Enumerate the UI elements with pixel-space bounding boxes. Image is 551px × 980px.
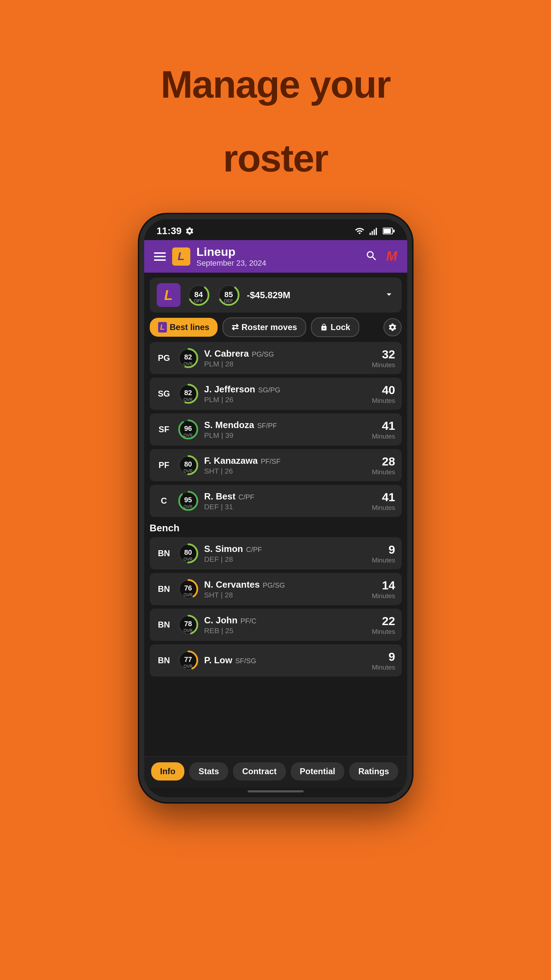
player-info: V. Cabrera PG/SG PLM | 28 — [204, 348, 367, 368]
wifi-icon — [355, 226, 365, 236]
minutes-label: Minutes — [372, 663, 395, 671]
header-title-group: Lineup September 23, 2024 — [197, 245, 266, 268]
player-minutes: 9 Minutes — [372, 650, 395, 671]
ovr-label: OVR — [183, 397, 192, 402]
player-minutes: 9 Minutes — [372, 543, 395, 564]
svg-rect-0 — [370, 233, 371, 235]
header-right: M — [365, 249, 397, 264]
page-heading: Manage your roster — [160, 32, 390, 179]
team-budget: -$45.829M — [247, 290, 377, 301]
player-team-detail: PLM | 28 — [204, 360, 367, 368]
home-bar — [248, 790, 304, 792]
ovr-label: OVR — [183, 593, 192, 597]
player-info: S. Mendoza SF/PF PLM | 39 — [204, 420, 367, 440]
ovr-circle: 82 OVR — [177, 347, 199, 369]
position-badge: BN — [156, 620, 172, 630]
position-badge: BN — [156, 584, 172, 594]
player-info: P. Low SF/SG — [204, 655, 367, 667]
player-info: R. Best C/PF DEF | 31 — [204, 491, 367, 511]
position-badge: SF — [156, 425, 172, 434]
player-name: N. Cervantes PG/SG — [204, 579, 367, 590]
player-row[interactable]: PG 82 OVR V. Cabrera PG/SG PLM | 28 32 M… — [150, 342, 402, 374]
player-row[interactable]: BN 80 OVR S. Simon C/PF DEF | 28 9 Minut… — [150, 537, 402, 570]
ovr-label: OVR — [183, 433, 192, 438]
player-minutes: 14 Minutes — [372, 579, 395, 600]
ovr-circle: 80 OVR — [177, 454, 199, 476]
team-logo-small: L — [172, 247, 190, 266]
status-icons — [355, 226, 395, 236]
battery-icon — [383, 226, 395, 236]
minutes-number: 32 — [372, 348, 395, 361]
minutes-number: 9 — [372, 650, 395, 663]
minutes-label: Minutes — [372, 504, 395, 512]
player-team-detail: PLM | 26 — [204, 396, 367, 404]
player-position-detail: C/PF — [246, 546, 262, 554]
player-row[interactable]: BN 76 OVR N. Cervantes PG/SG SHT | 28 14… — [150, 573, 402, 605]
player-row[interactable]: C 95 OVR R. Best C/PF DEF | 31 41 Minute… — [150, 485, 402, 517]
player-row[interactable]: BN 77 OVR P. Low SF/SG 9 Minutes — [150, 644, 402, 676]
player-info: N. Cervantes PG/SG SHT | 28 — [204, 579, 367, 599]
player-position-detail: PF/SF — [260, 457, 281, 465]
player-minutes: 41 Minutes — [372, 490, 395, 512]
minutes-number: 40 — [372, 383, 395, 397]
minutes-number: 28 — [372, 455, 395, 468]
status-time: 11:39 — [157, 225, 195, 237]
player-name: F. Kanazawa PF/SF — [204, 455, 367, 466]
minutes-number: 9 — [372, 543, 395, 557]
player-position-detail: PF/C — [240, 617, 256, 625]
lock-button[interactable]: Lock — [311, 317, 359, 337]
header-left: L Lineup September 23, 2024 — [154, 245, 266, 268]
m-logo[interactable]: M — [386, 249, 397, 264]
header-title-text: Lineup — [197, 245, 266, 259]
minutes-label: Minutes — [372, 468, 395, 476]
player-team-detail: DEF | 28 — [204, 555, 367, 563]
player-team-detail: SHT | 26 — [204, 467, 367, 475]
best-lines-button[interactable]: L Best lines — [150, 318, 218, 337]
player-row[interactable]: SG 82 OVR J. Jefferson SG/PG PLM | 26 40… — [150, 378, 402, 410]
player-row[interactable]: BN 78 OVR C. John PF/C REB | 25 22 Minut… — [150, 609, 402, 641]
def-rating-value: 85 — [224, 290, 233, 299]
ovr-label: OVR — [183, 557, 192, 562]
tab-info[interactable]: Info — [151, 762, 185, 781]
minutes-number: 41 — [372, 490, 395, 504]
player-position-detail: C/PF — [238, 493, 255, 501]
svg-rect-5 — [383, 229, 391, 234]
svg-rect-1 — [372, 231, 373, 235]
player-position-detail: PG/SG — [263, 581, 285, 589]
tab-contract[interactable]: Contract — [233, 762, 286, 781]
ovr-circle: 76 OVR — [177, 578, 199, 600]
player-team-detail: DEF | 31 — [204, 503, 367, 511]
svg-rect-6 — [393, 230, 394, 233]
team-logo-med: L — [157, 283, 181, 307]
player-name: V. Cabrera PG/SG — [204, 348, 367, 359]
off-rating-label: OFF — [194, 298, 203, 304]
minutes-label: Minutes — [372, 433, 395, 440]
player-position-detail: SG/PG — [258, 386, 280, 394]
ovr-number: 82 — [184, 389, 192, 397]
player-row[interactable]: PF 80 OVR F. Kanazawa PF/SF SHT | 26 28 … — [150, 449, 402, 481]
position-badge: BN — [156, 549, 172, 558]
search-button[interactable] — [365, 250, 378, 264]
player-list: PG 82 OVR V. Cabrera PG/SG PLM | 28 32 M… — [144, 342, 407, 756]
player-position-detail: SF/SG — [235, 657, 256, 665]
ovr-circle: 95 OVR — [177, 490, 199, 512]
player-name: C. John PF/C — [204, 615, 367, 626]
ovr-label: OVR — [183, 361, 192, 366]
arrows-icon: ⇄ — [232, 322, 238, 332]
settings-button[interactable] — [383, 318, 402, 336]
player-minutes: 22 Minutes — [372, 614, 395, 636]
player-team-detail: REB | 25 — [204, 627, 367, 635]
player-info: S. Simon C/PF DEF | 28 — [204, 544, 367, 563]
hamburger-menu[interactable] — [154, 252, 166, 261]
expand-button[interactable] — [383, 289, 395, 301]
roster-moves-button[interactable]: ⇄ Roster moves — [222, 317, 306, 337]
tab-stats[interactable]: Stats — [189, 762, 228, 781]
tab-ratings[interactable]: Ratings — [349, 762, 398, 781]
player-minutes: 40 Minutes — [372, 383, 395, 405]
ovr-number: 95 — [184, 496, 192, 504]
tab-potential[interactable]: Potential — [291, 762, 344, 781]
player-row[interactable]: SF 96 OVR S. Mendoza SF/PF PLM | 39 41 M… — [150, 414, 402, 445]
gear-icon — [185, 226, 194, 235]
ovr-circle: 78 OVR — [177, 614, 199, 636]
chevron-down-icon — [383, 289, 395, 300]
